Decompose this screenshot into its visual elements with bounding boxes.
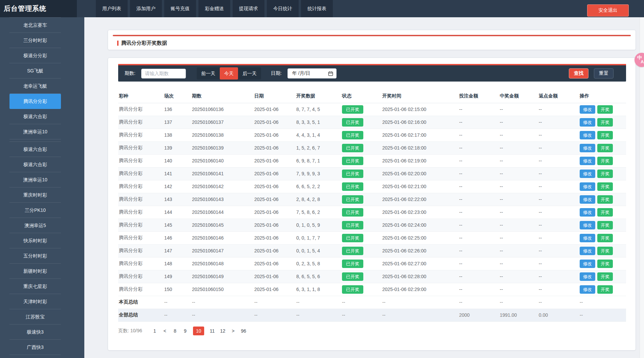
nav-item[interactable]: 账号充值	[164, 0, 196, 17]
top-navigation: 用户列表添加用户账号充值彩金赠送提现请求今日统计统计报表	[96, 0, 333, 17]
status-badge: 已开奖	[342, 170, 363, 178]
draw-button[interactable]: 开奖	[597, 131, 613, 139]
day-button-group: 前一天今天后一天	[197, 67, 261, 80]
draw-button[interactable]: 开奖	[597, 234, 613, 242]
edit-button[interactable]: 修改	[580, 131, 595, 139]
cell-date: 2025-01-06	[254, 103, 296, 116]
cell-win: --	[499, 231, 538, 244]
cell-status: 已开奖	[341, 206, 382, 219]
sidebar-item[interactable]: 五分时时彩	[9, 248, 61, 264]
reset-button[interactable]: 重置	[594, 68, 614, 79]
draw-button[interactable]: 开奖	[597, 157, 613, 165]
nav-item[interactable]: 用户列表	[96, 0, 128, 17]
draw-button[interactable]: 开奖	[597, 105, 613, 114]
edit-button[interactable]: 修改	[580, 260, 595, 268]
draw-button[interactable]: 开奖	[597, 272, 613, 281]
sidebar-item[interactable]: 澳洲幸运10	[9, 172, 61, 187]
sidebar-item[interactable]: 极速六合彩	[9, 109, 61, 124]
page-button[interactable]: 9	[183, 328, 188, 334]
edit-button[interactable]: 修改	[580, 182, 595, 191]
table-row: 腾讯分分彩1402025010601402025-01-066, 9, 8, 7…	[118, 154, 626, 167]
sidebar-item[interactable]: 老北京赛车	[9, 18, 61, 33]
edit-button[interactable]: 修改	[580, 195, 595, 204]
edit-button[interactable]: 修改	[580, 272, 595, 281]
draw-button[interactable]: 开奖	[597, 144, 613, 152]
nav-item[interactable]: 提现请求	[233, 0, 264, 17]
nav-item[interactable]: 统计报表	[301, 0, 333, 17]
sidebar-item[interactable]: 天津时时彩	[9, 294, 61, 309]
cell-round: 148	[164, 257, 191, 270]
sidebar-item[interactable]: 三分时时彩	[9, 33, 61, 48]
sidebar-item[interactable]: 重庆七星彩	[9, 279, 61, 294]
cell-rebate: --	[538, 154, 579, 167]
cell-issue: 202501060149	[191, 270, 254, 283]
sidebar-item[interactable]: SG飞艇	[9, 63, 61, 79]
cell-summary-label: 本页总结	[118, 296, 164, 309]
cell-lottery: 腾讯分分彩	[118, 219, 164, 231]
page-button[interactable]: 10	[193, 327, 205, 335]
edit-button[interactable]: 修改	[580, 105, 595, 114]
day-button[interactable]: 前一天	[197, 67, 220, 80]
draw-button[interactable]: 开奖	[597, 195, 613, 204]
edit-button[interactable]: 修改	[580, 170, 595, 178]
draw-button[interactable]: 开奖	[597, 118, 613, 127]
cell-issue: 202501060147	[191, 244, 254, 257]
draw-button[interactable]: 开奖	[597, 182, 613, 191]
logout-button[interactable]: 安全退出	[587, 4, 629, 17]
edit-button[interactable]: 修改	[580, 285, 595, 294]
sidebar-item[interactable]: 澳洲幸运10	[9, 124, 61, 139]
cell-actions: 修改开奖	[579, 129, 626, 141]
edit-button[interactable]: 修改	[580, 247, 595, 255]
draw-button[interactable]: 开奖	[597, 247, 613, 255]
cell-rebate: --	[538, 296, 579, 309]
edit-button[interactable]: 修改	[580, 118, 595, 127]
nav-item[interactable]: 添加用户	[130, 0, 162, 17]
page-button[interactable]: 12	[220, 328, 226, 334]
sidebar-item[interactable]: 重庆时时彩	[9, 187, 61, 203]
next-page-button[interactable]: >	[231, 328, 236, 334]
sidebar-item[interactable]: 快乐时时彩	[9, 233, 61, 248]
edit-button[interactable]: 修改	[580, 208, 595, 217]
prev-page-button[interactable]: <	[163, 328, 167, 334]
cell-status: 已开奖	[341, 270, 382, 283]
sidebar-item[interactable]: 广西快3	[9, 340, 61, 355]
day-button[interactable]: 后一天	[238, 67, 261, 80]
column-header: 期数	[191, 90, 254, 103]
draw-button[interactable]: 开奖	[597, 208, 613, 217]
sidebar-item[interactable]: 极速分分彩	[9, 48, 61, 63]
search-button[interactable]: 查找	[569, 68, 588, 79]
edit-button[interactable]: 修改	[580, 234, 595, 242]
nav-item[interactable]: 彩金赠送	[198, 0, 230, 17]
sidebar-item[interactable]: 江苏骰宝	[9, 309, 61, 325]
cell-numbers: 0, 0, 1, 5, 4	[296, 244, 341, 257]
edit-button[interactable]: 修改	[580, 157, 595, 165]
day-button[interactable]: 今天	[220, 67, 238, 80]
sidebar-item[interactable]: 极速六合彩	[9, 157, 61, 172]
edit-button[interactable]: 修改	[580, 221, 595, 229]
draw-button[interactable]: 开奖	[597, 170, 613, 178]
date-input[interactable]: 年 /月/日	[287, 68, 337, 79]
status-badge: 已开奖	[342, 272, 363, 281]
sidebar-item[interactable]: 澳洲幸运5	[9, 218, 61, 233]
draw-button[interactable]: 开奖	[597, 221, 613, 229]
issue-input[interactable]	[141, 69, 186, 79]
draw-button[interactable]: 开奖	[597, 285, 613, 294]
page-button[interactable]: 96	[241, 328, 246, 334]
scrollbar-track[interactable]	[640, 17, 644, 358]
draw-button[interactable]: 开奖	[597, 260, 613, 268]
page-button[interactable]: 8	[173, 328, 177, 334]
sidebar-item[interactable]: 新疆时时彩	[9, 264, 61, 279]
sidebar-item[interactable]: 老幸运飞艇	[9, 79, 61, 94]
cell-issue: 202501060148	[191, 257, 254, 270]
sidebar-item[interactable]: 极速快3	[9, 325, 61, 340]
cell-bet: --	[458, 141, 499, 154]
issue-label: 期数:	[125, 70, 135, 76]
cell-round: 149	[164, 270, 191, 283]
sidebar-item[interactable]: 三分PK10	[9, 203, 61, 218]
page-button[interactable]: 1	[152, 328, 157, 334]
nav-item[interactable]: 今日统计	[267, 0, 299, 17]
sidebar-item[interactable]: 腾讯分分彩	[9, 94, 61, 109]
page-button[interactable]: 11	[210, 328, 215, 334]
edit-button[interactable]: 修改	[580, 144, 595, 152]
sidebar-item[interactable]: 极速六合彩	[9, 142, 61, 157]
